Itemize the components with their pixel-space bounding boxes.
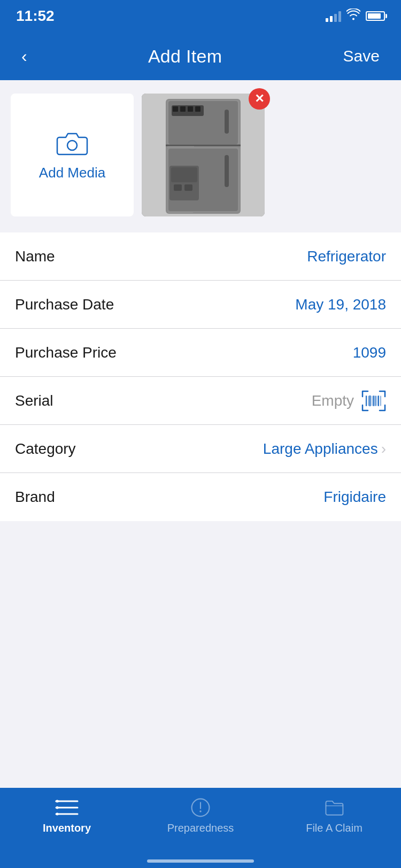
svg-rect-19 (195, 106, 200, 112)
page-title: Add Item (148, 46, 222, 67)
chevron-right-icon: › (381, 440, 386, 458)
category-value-area: Large Appliances › (263, 440, 386, 458)
tab-preparedness-label: Preparedness (167, 822, 234, 834)
serial-row[interactable]: Serial Empty (0, 377, 401, 425)
purchase-date-row[interactable]: Purchase Date May 19, 2018 (0, 281, 401, 329)
tab-preparedness[interactable]: Preparedness (134, 797, 267, 834)
add-media-label: Add Media (39, 165, 105, 181)
svg-point-35 (56, 813, 59, 816)
serial-label: Serial (15, 392, 53, 409)
back-button[interactable]: ‹ (16, 41, 33, 72)
name-row[interactable]: Name Refrigerator (0, 232, 401, 281)
purchase-date-label: Purchase Date (15, 296, 114, 313)
serial-value-area: Empty (312, 390, 386, 412)
preparedness-icon (189, 797, 212, 818)
name-label: Name (15, 248, 55, 265)
signal-icon (326, 10, 341, 22)
tab-bar: Inventory Preparedness File A Claim (0, 788, 401, 868)
svg-rect-17 (180, 106, 186, 112)
home-indicator (147, 859, 254, 863)
brand-value: Frigidaire (323, 489, 386, 506)
battery-icon (366, 11, 385, 21)
svg-rect-10 (225, 155, 229, 187)
form-section: Name Refrigerator Purchase Date May 19, … (0, 232, 401, 521)
svg-rect-13 (174, 184, 182, 191)
svg-point-33 (56, 800, 59, 803)
category-value: Large Appliances (263, 440, 378, 458)
category-row[interactable]: Category Large Appliances › (0, 425, 401, 473)
tab-inventory[interactable]: Inventory (0, 797, 134, 834)
status-icons (326, 9, 385, 24)
tab-bar-spacer (0, 548, 401, 628)
status-bar: 11:52 (0, 0, 401, 32)
svg-rect-14 (184, 184, 192, 191)
tab-inventory-label: Inventory (43, 822, 91, 834)
wifi-icon (346, 9, 360, 24)
svg-point-0 (67, 141, 77, 150)
nav-bar: ‹ Add Item Save (0, 32, 401, 80)
media-section: Add Media (0, 80, 401, 230)
fridge-image (142, 94, 265, 216)
svg-rect-16 (173, 106, 178, 112)
camera-icon (56, 129, 88, 156)
photo-thumbnail: ✕ (142, 94, 265, 216)
tab-file-claim-label: File A Claim (306, 822, 363, 834)
svg-point-34 (56, 807, 59, 809)
brand-label: Brand (15, 489, 55, 506)
serial-empty-placeholder: Empty (312, 392, 354, 409)
purchase-price-value: 1099 (353, 344, 386, 361)
svg-rect-9 (225, 110, 229, 134)
purchase-price-row[interactable]: Purchase Price 1099 (0, 329, 401, 377)
brand-row[interactable]: Brand Frigidaire (0, 473, 401, 521)
purchase-date-value: May 19, 2018 (295, 296, 386, 313)
svg-rect-18 (188, 106, 193, 112)
barcode-scanner-icon[interactable] (361, 390, 386, 412)
save-button[interactable]: Save (338, 42, 385, 71)
add-media-button[interactable]: Add Media (11, 94, 134, 216)
gray-spacer (0, 521, 401, 548)
remove-photo-button[interactable]: ✕ (249, 88, 270, 110)
status-time: 11:52 (16, 7, 55, 25)
svg-rect-12 (171, 167, 197, 182)
file-claim-icon (322, 797, 346, 818)
category-label: Category (15, 440, 76, 458)
svg-point-38 (199, 810, 201, 812)
inventory-icon (55, 797, 79, 818)
tab-file-claim[interactable]: File A Claim (267, 797, 401, 834)
name-value: Refrigerator (307, 248, 386, 265)
purchase-price-label: Purchase Price (15, 344, 117, 361)
